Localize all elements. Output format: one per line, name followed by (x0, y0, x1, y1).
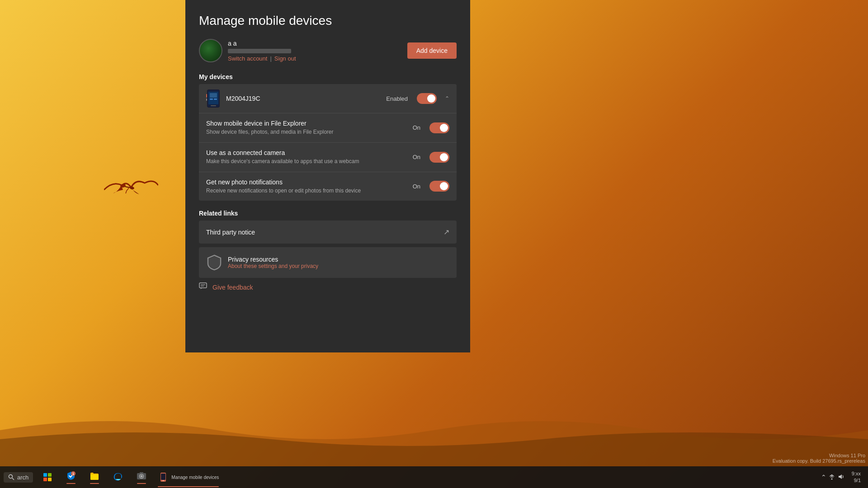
user-section: a a Switch account | Sign out Add device (199, 39, 457, 62)
feedback-icon (199, 282, 208, 293)
privacy-resources-card: Privacy resources About these settings a… (199, 247, 457, 278)
taskbar-app-shield[interactable]: 1 (60, 466, 82, 488)
privacy-sub: About these settings and your privacy (228, 263, 318, 269)
shield-app-icon: 1 (66, 470, 76, 481)
svg-rect-19 (48, 478, 52, 481)
setting-row-photos: Get new photo notifications Receive new … (199, 172, 457, 201)
privacy-info: Privacy resources About these settings a… (228, 256, 318, 269)
setting-desc-file-explorer: Show device files, photos, and media in … (206, 128, 407, 136)
device-enabled-label: Enabled (386, 95, 408, 102)
svg-point-24 (141, 475, 143, 478)
clock-time: 9:xx (852, 470, 861, 477)
setting-title-file-explorer: Show mobile device in File Explorer (206, 120, 407, 127)
user-name: a a (228, 40, 296, 47)
taskbar-right: ⌃ 9:xx 9/1 (819, 470, 864, 484)
taskbar-system-icons: ⌃ (819, 473, 846, 482)
taskbar-app-security[interactable] (37, 466, 58, 488)
taskbar-app-camera[interactable] (131, 466, 152, 488)
win-watermark-line2: Evaluation copy. Build 27695.rs_prerelea… (773, 458, 865, 464)
svg-rect-10 (214, 99, 217, 100)
svg-point-14 (9, 475, 13, 479)
taskbar-app-edge[interactable] (107, 466, 129, 488)
setting-row-file-explorer: Show mobile device in File Explorer Show… (199, 113, 457, 143)
device-name: M2004J19C (226, 95, 381, 102)
win-watermark-line1: Windows 11 Pro (773, 453, 865, 458)
taskbar-clock[interactable]: 9:xx 9/1 (848, 470, 864, 484)
third-party-notice-card: Third party notice ↗ (199, 221, 457, 244)
taskbar-app-manage-mobile[interactable]: Manage mobile devices (154, 466, 222, 488)
camera-icon (136, 470, 147, 481)
svg-rect-7 (206, 99, 207, 101)
user-progress-bar (228, 49, 291, 53)
active-underline-camera (137, 483, 146, 484)
settings-panel: Manage mobile devices a a Switch account… (185, 0, 470, 352)
phone-icon (206, 89, 221, 108)
chevron-up-system-icon[interactable]: ⌃ (821, 474, 826, 481)
third-party-notice-row[interactable]: Third party notice ↗ (199, 221, 457, 244)
external-link-icon: ↗ (443, 228, 449, 236)
svg-rect-18 (43, 478, 47, 481)
switch-account-link[interactable]: Switch account (228, 55, 267, 62)
related-links-section: Related links Third party notice ↗ Priva… (199, 210, 457, 293)
setting-info-photos: Get new photo notifications Receive new … (206, 178, 407, 195)
setting-title-photos: Get new photo notifications (206, 178, 407, 186)
feedback-row[interactable]: Give feedback (199, 282, 457, 293)
user-links: Switch account | Sign out (228, 55, 296, 62)
active-underline-explorer (90, 483, 99, 484)
user-info: a a Switch account | Sign out (199, 39, 296, 62)
file-explorer-icon (89, 470, 100, 481)
setting-title-camera: Use as a connected camera (206, 149, 407, 156)
my-devices-label: My devices (199, 73, 457, 80)
toggle-file-explorer[interactable] (429, 122, 449, 133)
bird-decoration (104, 176, 158, 203)
svg-point-29 (831, 478, 832, 479)
setting-desc-camera: Make this device's camera available to a… (206, 158, 407, 165)
setting-info-file-explorer: Show mobile device in File Explorer Show… (206, 120, 407, 136)
toggle-camera[interactable] (429, 152, 449, 163)
taskbar-search-text: arch (17, 474, 28, 481)
related-links-label: Related links (199, 210, 457, 217)
setting-desc-photos: Receive new notifications to open or edi… (206, 187, 407, 195)
device-header: M2004J19C Enabled ⌃ (199, 84, 457, 113)
page-title: Manage mobile devices (199, 14, 457, 28)
sign-out-link[interactable]: Sign out (274, 55, 296, 62)
add-device-button[interactable]: Add device (407, 42, 457, 59)
security-center-icon (42, 472, 53, 483)
svg-rect-25 (140, 472, 143, 474)
svg-rect-11 (199, 283, 207, 288)
water-wave (0, 376, 868, 466)
svg-rect-16 (43, 473, 47, 477)
chevron-up-icon[interactable]: ⌃ (445, 95, 449, 102)
volume-icon[interactable] (837, 473, 844, 482)
taskbar-app-file-explorer[interactable] (84, 466, 105, 488)
privacy-resources-row[interactable]: Privacy resources About these settings a… (199, 247, 457, 278)
third-party-notice-text: Third party notice (206, 229, 438, 236)
svg-rect-9 (210, 99, 213, 100)
svg-rect-17 (48, 473, 52, 477)
svg-rect-27 (161, 474, 165, 480)
manage-mobile-label: Manage mobile devices (171, 475, 219, 480)
setting-info-camera: Use as a connected camera Make this devi… (206, 149, 407, 165)
active-underline-shield (66, 483, 75, 484)
network-icon[interactable] (828, 473, 835, 482)
clock-date: 9/1 (852, 477, 861, 484)
taskbar-search[interactable]: arch (4, 472, 33, 483)
separator: | (270, 55, 271, 62)
edge-icon (113, 472, 123, 483)
device-enabled-toggle[interactable] (417, 93, 437, 104)
setting-on-label-2: On (413, 183, 420, 190)
setting-on-label-0: On (413, 124, 420, 131)
svg-rect-5 (211, 105, 216, 106)
manage-mobile-icon (158, 472, 169, 483)
taskbar-apps: 1 (37, 466, 819, 488)
windows-watermark: Windows 11 Pro Evaluation copy. Build 27… (773, 453, 868, 464)
privacy-title: Privacy resources (228, 256, 318, 263)
active-underline-mobile (158, 486, 219, 487)
svg-rect-8 (210, 93, 217, 98)
avatar (199, 39, 222, 62)
device-card: M2004J19C Enabled ⌃ Show mobile device i… (199, 84, 457, 201)
svg-text:1: 1 (72, 472, 75, 476)
taskbar-search-icon (8, 474, 14, 480)
toggle-photos[interactable] (429, 181, 449, 192)
svg-rect-28 (162, 480, 164, 481)
